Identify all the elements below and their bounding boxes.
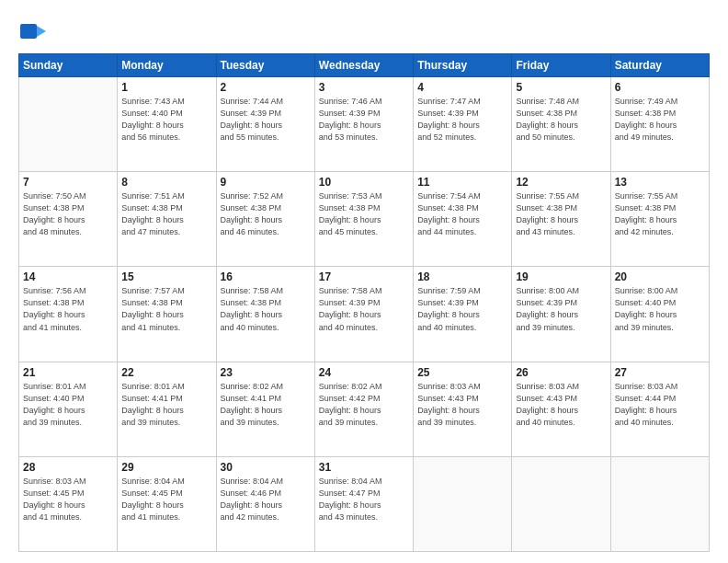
day-info: Sunrise: 7:49 AM Sunset: 4:38 PM Dayligh… <box>615 96 705 144</box>
day-info: Sunrise: 7:51 AM Sunset: 4:38 PM Dayligh… <box>121 190 211 238</box>
day-number: 8 <box>121 176 211 189</box>
day-number: 27 <box>615 366 705 379</box>
calendar-cell <box>19 77 118 172</box>
day-info: Sunrise: 8:02 AM Sunset: 4:41 PM Dayligh… <box>221 381 311 429</box>
day-number: 24 <box>319 366 409 379</box>
day-info: Sunrise: 8:03 AM Sunset: 4:44 PM Dayligh… <box>615 381 705 429</box>
calendar-cell: 16Sunrise: 7:58 AM Sunset: 4:38 PM Dayli… <box>216 267 314 362</box>
calendar-cell: 8Sunrise: 7:51 AM Sunset: 4:38 PM Daylig… <box>118 172 216 267</box>
day-info: Sunrise: 7:59 AM Sunset: 4:39 PM Dayligh… <box>417 285 507 333</box>
calendar-cell: 29Sunrise: 8:04 AM Sunset: 4:45 PM Dayli… <box>118 456 216 551</box>
day-number: 13 <box>615 176 705 189</box>
calendar-cell: 21Sunrise: 8:01 AM Sunset: 4:40 PM Dayli… <box>19 362 118 456</box>
day-info: Sunrise: 7:53 AM Sunset: 4:38 PM Dayligh… <box>319 190 409 238</box>
day-number: 12 <box>516 176 606 189</box>
calendar-week-row: 28Sunrise: 8:03 AM Sunset: 4:45 PM Dayli… <box>19 456 710 551</box>
calendar-cell: 6Sunrise: 7:49 AM Sunset: 4:38 PM Daylig… <box>610 77 709 172</box>
calendar-week-row: 21Sunrise: 8:01 AM Sunset: 4:40 PM Dayli… <box>19 362 710 456</box>
calendar-cell <box>610 456 709 551</box>
calendar-cell: 28Sunrise: 8:03 AM Sunset: 4:45 PM Dayli… <box>19 456 118 551</box>
calendar-week-row: 1Sunrise: 7:43 AM Sunset: 4:40 PM Daylig… <box>19 77 710 172</box>
calendar-cell: 18Sunrise: 7:59 AM Sunset: 4:39 PM Dayli… <box>414 267 512 362</box>
day-number: 4 <box>417 81 507 94</box>
calendar-cell: 9Sunrise: 7:52 AM Sunset: 4:38 PM Daylig… <box>216 172 314 267</box>
calendar-week-row: 14Sunrise: 7:56 AM Sunset: 4:38 PM Dayli… <box>19 267 710 362</box>
weekday-header: Thursday <box>414 54 512 77</box>
calendar-week-row: 7Sunrise: 7:50 AM Sunset: 4:38 PM Daylig… <box>19 172 710 267</box>
day-info: Sunrise: 8:01 AM Sunset: 4:40 PM Dayligh… <box>23 381 113 429</box>
calendar-cell: 1Sunrise: 7:43 AM Sunset: 4:40 PM Daylig… <box>118 77 216 172</box>
day-number: 17 <box>319 270 409 283</box>
day-info: Sunrise: 8:03 AM Sunset: 4:43 PM Dayligh… <box>516 381 606 429</box>
calendar-cell: 26Sunrise: 8:03 AM Sunset: 4:43 PM Dayli… <box>512 362 610 456</box>
calendar-cell: 25Sunrise: 8:03 AM Sunset: 4:43 PM Dayli… <box>414 362 512 456</box>
svg-marker-1 <box>37 26 46 37</box>
day-number: 20 <box>615 270 705 283</box>
day-number: 16 <box>221 270 311 283</box>
calendar-cell: 30Sunrise: 8:04 AM Sunset: 4:46 PM Dayli… <box>216 456 314 551</box>
calendar-table: SundayMondayTuesdayWednesdayThursdayFrid… <box>18 53 710 552</box>
day-info: Sunrise: 7:55 AM Sunset: 4:38 PM Dayligh… <box>516 190 606 238</box>
logo <box>18 17 51 46</box>
calendar-cell: 27Sunrise: 8:03 AM Sunset: 4:44 PM Dayli… <box>610 362 709 456</box>
day-info: Sunrise: 8:04 AM Sunset: 4:45 PM Dayligh… <box>121 476 211 523</box>
calendar-cell: 14Sunrise: 7:56 AM Sunset: 4:38 PM Dayli… <box>19 267 118 362</box>
header <box>18 17 710 46</box>
day-number: 18 <box>417 270 507 283</box>
day-info: Sunrise: 7:58 AM Sunset: 4:38 PM Dayligh… <box>221 285 311 333</box>
calendar-cell: 13Sunrise: 7:55 AM Sunset: 4:38 PM Dayli… <box>610 172 709 267</box>
day-info: Sunrise: 7:48 AM Sunset: 4:38 PM Dayligh… <box>516 96 606 144</box>
day-info: Sunrise: 7:47 AM Sunset: 4:39 PM Dayligh… <box>417 96 507 144</box>
weekday-header: Tuesday <box>216 54 314 77</box>
day-number: 26 <box>516 366 606 379</box>
weekday-header: Saturday <box>610 54 709 77</box>
day-number: 29 <box>121 461 211 474</box>
day-info: Sunrise: 8:03 AM Sunset: 4:45 PM Dayligh… <box>23 476 113 523</box>
day-info: Sunrise: 8:04 AM Sunset: 4:46 PM Dayligh… <box>221 476 311 523</box>
day-number: 10 <box>319 176 409 189</box>
calendar-cell: 3Sunrise: 7:46 AM Sunset: 4:39 PM Daylig… <box>314 77 413 172</box>
day-info: Sunrise: 8:00 AM Sunset: 4:40 PM Dayligh… <box>615 285 705 333</box>
calendar-cell: 10Sunrise: 7:53 AM Sunset: 4:38 PM Dayli… <box>314 172 413 267</box>
day-info: Sunrise: 7:54 AM Sunset: 4:38 PM Dayligh… <box>417 190 507 238</box>
svg-rect-0 <box>20 24 37 39</box>
day-info: Sunrise: 8:01 AM Sunset: 4:41 PM Dayligh… <box>121 381 211 429</box>
day-number: 21 <box>23 366 113 379</box>
logo-icon <box>18 17 48 46</box>
day-number: 9 <box>221 176 311 189</box>
calendar-cell: 15Sunrise: 7:57 AM Sunset: 4:38 PM Dayli… <box>118 267 216 362</box>
calendar-cell: 7Sunrise: 7:50 AM Sunset: 4:38 PM Daylig… <box>19 172 118 267</box>
calendar-cell: 5Sunrise: 7:48 AM Sunset: 4:38 PM Daylig… <box>512 77 610 172</box>
day-number: 14 <box>23 270 113 283</box>
day-info: Sunrise: 8:03 AM Sunset: 4:43 PM Dayligh… <box>417 381 507 429</box>
page: SundayMondayTuesdayWednesdayThursdayFrid… <box>0 0 728 563</box>
day-number: 1 <box>121 81 211 94</box>
day-number: 31 <box>319 461 409 474</box>
day-number: 6 <box>615 81 705 94</box>
weekday-header: Monday <box>118 54 216 77</box>
day-info: Sunrise: 7:43 AM Sunset: 4:40 PM Dayligh… <box>121 96 211 144</box>
day-number: 19 <box>516 270 606 283</box>
weekday-header: Wednesday <box>314 54 413 77</box>
day-number: 15 <box>121 270 211 283</box>
day-info: Sunrise: 7:46 AM Sunset: 4:39 PM Dayligh… <box>319 96 409 144</box>
day-info: Sunrise: 7:55 AM Sunset: 4:38 PM Dayligh… <box>615 190 705 238</box>
calendar-cell: 12Sunrise: 7:55 AM Sunset: 4:38 PM Dayli… <box>512 172 610 267</box>
weekday-header: Sunday <box>19 54 118 77</box>
day-number: 2 <box>221 81 311 94</box>
day-info: Sunrise: 7:57 AM Sunset: 4:38 PM Dayligh… <box>121 285 211 333</box>
day-info: Sunrise: 7:58 AM Sunset: 4:39 PM Dayligh… <box>319 285 409 333</box>
calendar-cell: 23Sunrise: 8:02 AM Sunset: 4:41 PM Dayli… <box>216 362 314 456</box>
day-number: 25 <box>417 366 507 379</box>
calendar-cell: 2Sunrise: 7:44 AM Sunset: 4:39 PM Daylig… <box>216 77 314 172</box>
calendar-cell: 4Sunrise: 7:47 AM Sunset: 4:39 PM Daylig… <box>414 77 512 172</box>
calendar-cell: 20Sunrise: 8:00 AM Sunset: 4:40 PM Dayli… <box>610 267 709 362</box>
day-number: 28 <box>23 461 113 474</box>
day-number: 23 <box>221 366 311 379</box>
day-info: Sunrise: 8:00 AM Sunset: 4:39 PM Dayligh… <box>516 285 606 333</box>
calendar-cell: 31Sunrise: 8:04 AM Sunset: 4:47 PM Dayli… <box>314 456 413 551</box>
day-number: 11 <box>417 176 507 189</box>
day-info: Sunrise: 8:04 AM Sunset: 4:47 PM Dayligh… <box>319 476 409 523</box>
calendar-cell <box>414 456 512 551</box>
calendar-cell: 17Sunrise: 7:58 AM Sunset: 4:39 PM Dayli… <box>314 267 413 362</box>
